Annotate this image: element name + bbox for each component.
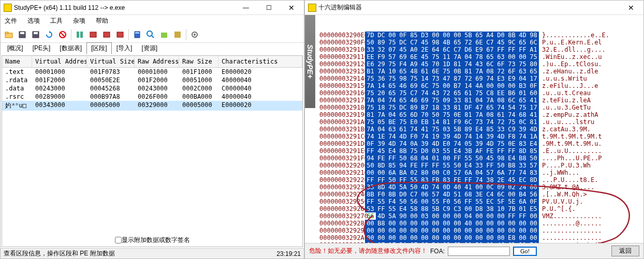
hex-byte[interactable]: E9: [506, 75, 517, 82]
hex-byte[interactable]: 00: [408, 227, 419, 234]
hex-byte[interactable]: 00: [506, 227, 517, 234]
hex-byte[interactable]: FF: [495, 46, 506, 53]
hex-byte[interactable]: 00: [419, 220, 430, 227]
hex-byte[interactable]: 65: [474, 32, 485, 39]
hex-byte[interactable]: 05: [463, 140, 474, 147]
hex-byte[interactable]: 00: [387, 32, 398, 39]
table-row[interactable]: .rsrc00289000000B97A80026F000000BA000400…: [2, 93, 302, 101]
hex-byte[interactable]: 75: [387, 60, 398, 68]
hex-byte[interactable]: F4: [398, 60, 408, 68]
hex-byte[interactable]: 65: [485, 104, 495, 111]
maximize-button[interactable]: ☐: [257, 1, 280, 14]
hex-byte[interactable]: 5B: [452, 126, 463, 133]
hex-byte[interactable]: FF: [419, 162, 430, 169]
hex-byte[interactable]: 81: [463, 97, 474, 104]
hex-byte[interactable]: 6C: [441, 46, 452, 53]
hex-byte[interactable]: 00: [474, 212, 485, 220]
hex-byte[interactable]: C3: [452, 205, 463, 212]
hex-byte[interactable]: 04: [376, 126, 387, 133]
hex-byte[interactable]: 1A: [528, 133, 539, 140]
hex-byte[interactable]: 90: [398, 212, 408, 220]
hex-byte[interactable]: 00: [419, 198, 430, 205]
hex-byte[interactable]: 00: [528, 227, 539, 234]
hex-byte[interactable]: 04: [474, 169, 485, 176]
hex-byte[interactable]: 00: [376, 227, 387, 234]
hex-byte[interactable]: 00: [365, 234, 376, 241]
hex-byte[interactable]: 6C: [419, 82, 430, 89]
hex-byte[interactable]: 00: [517, 220, 528, 227]
hex-byte[interactable]: 56: [528, 191, 539, 198]
hex-byte[interactable]: 6E: [430, 68, 441, 75]
hex-byte[interactable]: 65: [452, 39, 463, 46]
hex-byte[interactable]: 75: [441, 111, 452, 118]
hex-byte[interactable]: EE: [365, 53, 376, 60]
close-button[interactable]: ✕: [280, 1, 303, 14]
menu-item[interactable]: 文件: [3, 16, 19, 26]
hex-row[interactable]: 0000000329190817A04656D7050750E817A08617…: [319, 111, 640, 118]
column-header[interactable]: Characteristics: [218, 56, 302, 67]
hex-byte[interactable]: 7A: [365, 126, 376, 133]
hex-byte[interactable]: 63: [387, 126, 398, 133]
hex-byte[interactable]: F9: [452, 118, 463, 126]
hex-byte[interactable]: 00: [517, 227, 528, 234]
hex-byte[interactable]: DF: [463, 104, 474, 111]
hex-byte[interactable]: 00: [485, 227, 495, 234]
hex-byte[interactable]: 72: [495, 68, 506, 75]
hex-byte[interactable]: 00: [441, 155, 452, 162]
hex-byte[interactable]: 33: [474, 162, 485, 169]
hex-byte[interactable]: FF: [485, 162, 495, 169]
hex-byte[interactable]: 00: [441, 227, 452, 234]
hex-byte[interactable]: E0: [441, 140, 452, 147]
hex-byte[interactable]: 74: [474, 176, 485, 184]
hex-byte[interactable]: 7A: [474, 68, 485, 75]
hex-byte[interactable]: 00: [398, 234, 408, 241]
hex-byte[interactable]: 53: [365, 205, 376, 212]
hex-byte[interactable]: 6A: [463, 169, 474, 176]
settings-icon[interactable]: [188, 28, 201, 41]
hex-byte[interactable]: 46: [398, 82, 408, 89]
hex-byte[interactable]: 18: [376, 104, 387, 111]
hex-byte[interactable]: 09: [441, 241, 452, 243]
hex-byte[interactable]: E4: [387, 147, 398, 155]
hex-byte[interactable]: 73: [474, 118, 485, 126]
hex-byte[interactable]: FE: [452, 176, 463, 184]
hex-byte[interactable]: 75: [430, 82, 441, 89]
hex-byte[interactable]: 4D: [485, 140, 495, 147]
hex-byte[interactable]: 74: [398, 140, 408, 147]
saveas-icon[interactable]: •: [30, 28, 42, 41]
hex-byte[interactable]: FF: [365, 147, 376, 155]
hex-byte[interactable]: 65: [398, 97, 408, 104]
hex-byte[interactable]: 8B: [365, 191, 376, 198]
hex-byte[interactable]: 5A: [387, 212, 398, 220]
hex-byte[interactable]: 00: [398, 220, 408, 227]
hex-byte[interactable]: C0: [441, 169, 452, 176]
hex-byte[interactable]: 75: [474, 89, 485, 97]
hex-byte[interactable]: 51: [452, 191, 463, 198]
hex-byte[interactable]: 6F: [506, 68, 517, 75]
hex-byte[interactable]: 4D: [495, 133, 506, 140]
hex-byte[interactable]: 04: [387, 111, 398, 118]
hex-byte[interactable]: AF: [474, 147, 485, 155]
hex-byte[interactable]: 29: [376, 60, 387, 68]
hex-byte[interactable]: C7: [452, 46, 463, 53]
hex-byte[interactable]: 02: [408, 169, 419, 176]
hex-byte[interactable]: 21: [463, 241, 474, 243]
hex-byte[interactable]: 00: [452, 234, 463, 241]
hex-byte[interactable]: 0F: [528, 198, 539, 205]
hex-byte[interactable]: CD: [506, 241, 517, 243]
hex-byte[interactable]: 0E: [506, 140, 517, 147]
hex-byte[interactable]: 69: [474, 75, 485, 82]
hex-byte[interactable]: 00: [485, 82, 495, 89]
hex-byte[interactable]: 50: [430, 111, 441, 118]
hex-row[interactable]: 00000003292408BF08BD0C706574D51683EC46C0…: [319, 191, 640, 198]
hex-byte[interactable]: C9: [506, 126, 517, 133]
hex-byte[interactable]: FF: [463, 176, 474, 184]
hex-byte[interactable]: 06: [419, 191, 430, 198]
hex-byte[interactable]: 6E: [408, 53, 419, 60]
hex-byte[interactable]: 50: [365, 39, 376, 46]
hex-byte[interactable]: 89: [463, 126, 474, 133]
hex-byte[interactable]: 03: [441, 126, 452, 133]
hex-byte[interactable]: 50: [365, 162, 376, 169]
hex-byte[interactable]: 00: [398, 227, 408, 234]
hex-byte[interactable]: 7A: [376, 68, 387, 75]
